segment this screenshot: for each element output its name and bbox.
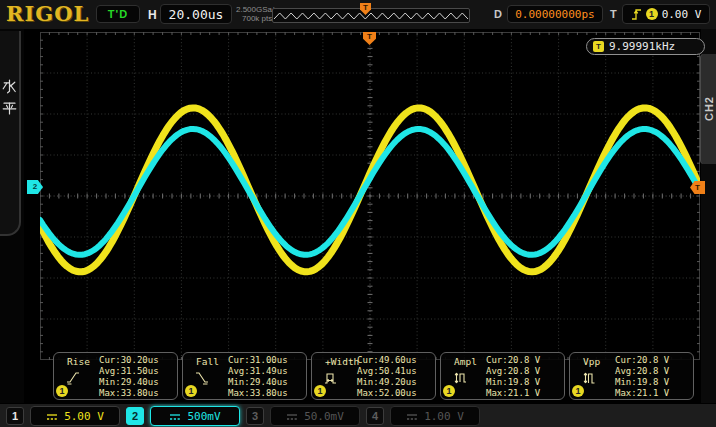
measurement-panel-row: Rise1Cur:30.20us Avg:31.50us Min:29.40us… (53, 352, 694, 400)
measurement-values: Cur:31.00us Avg:31.49us Min:29.40us Max:… (228, 355, 288, 399)
measurement-panel-fall[interactable]: Fall1Cur:31.00us Avg:31.49us Min:29.40us… (182, 352, 307, 400)
channel-3-scale: 50.0mV (304, 410, 344, 423)
dc-coupling-icon (286, 412, 298, 421)
left-menu-bar (0, 29, 24, 403)
channel-3-badge: 3 (246, 407, 264, 425)
measurement-source-badge: 1 (314, 385, 326, 397)
channel-1-scale: 5.00 V (64, 410, 104, 423)
trigger-source-badge: 1 (646, 8, 658, 20)
trigger-settings-box[interactable]: 1 0.00 V (622, 4, 710, 24)
rising-edge-icon (631, 7, 642, 21)
delay-label: D (494, 8, 502, 20)
measurement-values: Cur:30.20us Avg:31.50us Min:29.40us Max:… (99, 355, 159, 399)
fall-time-icon (195, 370, 209, 386)
positive-width-icon (324, 370, 338, 386)
right-menu-bar: CH2 (701, 29, 716, 403)
rigol-logo: RIGOL (6, 1, 89, 26)
ch2-menu-tab-label: CH2 (703, 96, 715, 121)
preview-waveform (273, 9, 469, 22)
measurement-label: Ampl (454, 356, 477, 367)
channel-4-control[interactable]: 41.00 V (366, 406, 480, 426)
timebase-readout[interactable]: 20.00us (160, 4, 232, 24)
measurement-label: Fall (196, 356, 219, 367)
measurement-values: Cur:20.8 V Avg:20.8 V Min:19.8 V Max:21.… (615, 355, 669, 399)
vpp-icon (582, 370, 596, 386)
frequency-counter-badge: T 9.99991kHz (586, 38, 705, 55)
measurement-label: Vpp (583, 356, 600, 367)
channel-2-scale: 500mV (187, 410, 220, 423)
channel-1-control[interactable]: 15.00 V (6, 406, 120, 426)
measurement-panel-ampl[interactable]: Ampl1Cur:20.8 V Avg:20.8 V Min:19.8 V Ma… (440, 352, 565, 400)
frequency-readout: 9.99991kHz (609, 40, 675, 53)
measurement-panel-vpp[interactable]: Vpp1Cur:20.8 V Avg:20.8 V Min:19.8 V Max… (569, 352, 694, 400)
channel-2-control[interactable]: 2500mV (126, 406, 240, 426)
measurement-label: +Width (325, 356, 359, 367)
measurement-label: Rise (67, 356, 90, 367)
channel-4-scale-box[interactable]: 1.00 V (390, 406, 480, 426)
channel-1-badge: 1 (6, 407, 24, 425)
rise-time-icon (66, 370, 80, 386)
cjk-glyph-shui-icon (2, 79, 17, 94)
delay-readout[interactable]: 0.00000000ps (507, 5, 603, 23)
measurement-values: Cur:20.8 V Avg:20.8 V Min:19.8 V Max:21.… (486, 355, 540, 399)
ch2-menu-tab[interactable]: CH2 (700, 54, 716, 164)
dc-coupling-icon (406, 412, 418, 421)
channel-3-scale-box[interactable]: 50.0mV (270, 406, 360, 426)
measurement-source-badge: 1 (443, 385, 455, 397)
graticule-plot (40, 32, 700, 360)
measurement-panel-width[interactable]: +Width1Cur:49.60us Avg:50.41us Min:49.20… (311, 352, 436, 400)
top-status-bar: RIGOL T'D H 20.00us 2.500GSa/s 700k pts … (0, 0, 716, 30)
channel-4-badge: 4 (366, 407, 384, 425)
channel-1-scale-box[interactable]: 5.00 V (30, 406, 120, 426)
horizontal-label: H (148, 8, 157, 22)
measurement-source-badge: 1 (56, 385, 68, 397)
trigger-status-badge: T'D (96, 5, 140, 23)
dc-coupling-icon (46, 412, 58, 421)
trigger-label: T (610, 8, 617, 20)
measurement-panel-rise[interactable]: Rise1Cur:30.20us Avg:31.50us Min:29.40us… (53, 352, 178, 400)
oscilloscope-screen: RIGOL T'D H 20.00us 2.500GSa/s 700k pts … (0, 0, 716, 427)
channel-status-bar: 15.00 V2500mV350.0mV41.00 V 18:35 (0, 403, 716, 427)
freq-counter-trigger-icon: T (593, 41, 604, 52)
measurement-values: Cur:49.60us Avg:50.41us Min:49.20us Max:… (357, 355, 417, 399)
channel-4-scale: 1.00 V (424, 410, 464, 423)
channel-2-scale-box[interactable]: 500mV (150, 406, 240, 426)
channel-2-badge: 2 (126, 407, 144, 425)
waveform-preview-strip[interactable] (272, 8, 470, 23)
cjk-glyph-ping-icon (2, 100, 17, 115)
dc-coupling-icon (169, 412, 181, 421)
channel-3-control[interactable]: 350.0mV (246, 406, 360, 426)
measurement-source-badge: 1 (572, 385, 584, 397)
measurement-source-badge: 1 (185, 385, 197, 397)
trigger-level-readout: 0.00 V (662, 8, 702, 21)
amplitude-icon (453, 370, 467, 386)
horizontal-menu-tab[interactable] (0, 31, 21, 236)
